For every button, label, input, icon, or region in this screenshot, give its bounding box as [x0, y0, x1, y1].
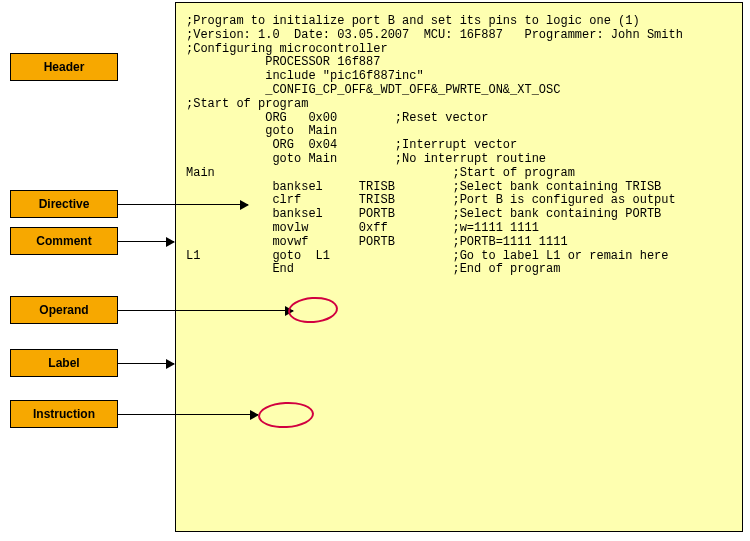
arrow-label [118, 363, 174, 364]
code-line: clrf TRISB ;Port B is configured as outp… [186, 194, 736, 208]
tag-instruction: Instruction [10, 400, 118, 428]
assembly-listing: ;Program to initialize port B and set it… [175, 2, 743, 532]
tag-directive: Directive [10, 190, 118, 218]
code-line: _CONFIG_CP_OFF&_WDT_OFF&_PWRTE_ON&_XT_OS… [186, 84, 736, 98]
tag-header: Header [10, 53, 118, 81]
code-line: movlw 0xff ;w=1111 1111 [186, 222, 736, 236]
code-line: End ;End of program [186, 263, 736, 277]
code-line: goto Main ;No interrupt routine [186, 153, 736, 167]
code-line: Main ;Start of program [186, 167, 736, 181]
code-line: ORG 0x00 ;Reset vector [186, 112, 736, 126]
code-line: ;Configuring microcontroller [186, 43, 736, 57]
code-line: goto Main [186, 125, 736, 139]
tag-operand: Operand [10, 296, 118, 324]
arrow-operand [118, 310, 293, 311]
code-line: include "pic16f887inc" [186, 70, 736, 84]
code-line: ;Start of program [186, 98, 736, 112]
code-line: banksel TRISB ;Select bank containing TR… [186, 181, 736, 195]
arrow-comment [118, 241, 174, 242]
tag-comment: Comment [10, 227, 118, 255]
code-line: banksel PORTB ;Select bank containing PO… [186, 208, 736, 222]
tag-label: Label [10, 349, 118, 377]
code-line: ;Program to initialize port B and set it… [186, 15, 736, 29]
arrow-directive [118, 204, 248, 205]
code-line: L1 goto L1 ;Go to label L1 or remain her… [186, 250, 736, 264]
arrow-instruction [118, 414, 258, 415]
code-line: PROCESSOR 16f887 [186, 56, 736, 70]
code-line: ;Version: 1.0 Date: 03.05.2007 MCU: 16F8… [186, 29, 736, 43]
code-line: ORG 0x04 ;Interrupt vector [186, 139, 736, 153]
code-line: movwf PORTB ;PORTB=1111 1111 [186, 236, 736, 250]
